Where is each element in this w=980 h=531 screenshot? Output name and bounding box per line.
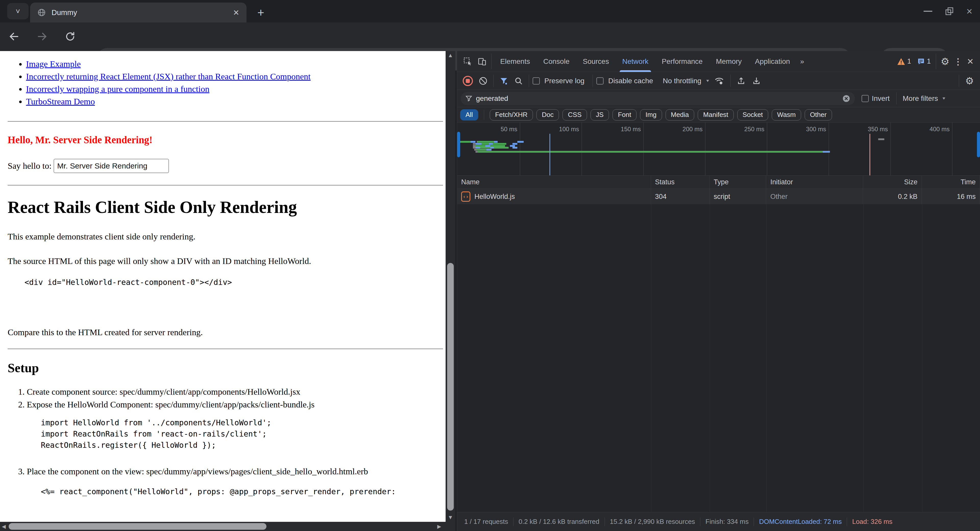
tab-network[interactable]: Network [616, 51, 655, 72]
funnel-icon [465, 95, 473, 102]
name-input[interactable] [54, 159, 169, 173]
link-react-element-jsx[interactable]: Incorrectly returning React Element (JSX… [26, 72, 310, 81]
waterfall-bar [489, 143, 493, 145]
invert-checkbox[interactable] [862, 95, 869, 102]
filter-chip-fetch-xhr[interactable]: Fetch/XHR [490, 109, 533, 121]
device-toolbar-icon[interactable] [475, 57, 489, 66]
waterfall-bar [512, 143, 517, 145]
message-count: 1 [927, 57, 931, 65]
column-header-status[interactable]: Status [651, 175, 710, 189]
web-page: Image Example Incorrectly returning Reac… [0, 51, 445, 522]
waterfall-bar [476, 151, 478, 153]
horizontal-scrollbar[interactable]: ◀ ▶ [0, 522, 455, 531]
list-item: TurboStream Demo [26, 95, 443, 108]
restore-icon[interactable] [945, 7, 953, 15]
forward-button[interactable] [34, 28, 51, 45]
filter-chip-css[interactable]: CSS [563, 109, 587, 121]
more-tabs-button[interactable]: » [797, 51, 808, 72]
code-snippet-erb: <%= react_component("HelloWorld", props:… [41, 486, 443, 497]
column-header-initiator[interactable]: Initiator [766, 175, 863, 189]
link-pure-component[interactable]: Incorrectly wrapping a pure component in… [26, 84, 209, 94]
warnings-badge[interactable]: 1 [897, 57, 911, 65]
network-overview-timeline[interactable]: 50 ms100 ms150 ms200 ms250 ms300 ms350 m… [457, 123, 980, 175]
devtools-close-icon[interactable]: ✕ [964, 57, 977, 66]
vertical-scrollbar[interactable]: ▲ ▼ [445, 51, 455, 522]
filter-chip-font[interactable]: Font [612, 109, 636, 121]
network-settings-gear-icon[interactable]: ⚙ [963, 75, 977, 86]
waterfall-bar [485, 145, 490, 147]
filter-chip-wasm[interactable]: Wasm [772, 109, 801, 121]
horizontal-scrollbar-thumb[interactable] [9, 523, 266, 530]
devtools-kebab-icon[interactable]: ⋮ [952, 56, 964, 67]
inspect-element-icon[interactable] [461, 57, 475, 66]
vertical-scrollbar-thumb[interactable] [447, 263, 454, 510]
filter-chip-js[interactable]: JS [590, 109, 609, 121]
scroll-down-icon[interactable]: ▼ [445, 513, 455, 522]
search-icon[interactable] [512, 77, 525, 85]
new-tab-button[interactable]: + [253, 5, 269, 20]
column-header-name[interactable]: Name [457, 175, 651, 189]
link-image-example[interactable]: Image Example [26, 59, 81, 69]
scroll-up-icon[interactable]: ▲ [445, 51, 455, 60]
scroll-left-icon[interactable]: ◀ [0, 522, 8, 531]
waterfall-bar [510, 145, 515, 147]
tab-close-icon[interactable]: ✕ [233, 8, 239, 17]
link-turbostream-demo[interactable]: TurboStream Demo [26, 97, 95, 106]
clear-filter-icon[interactable] [842, 94, 850, 103]
minimize-icon[interactable] [924, 11, 932, 12]
column-header-type[interactable]: Type [710, 175, 767, 189]
timeline-gridline [643, 123, 644, 175]
filter-chip-media[interactable]: Media [666, 109, 694, 121]
waterfall-bar [490, 145, 505, 147]
reload-button[interactable] [62, 28, 79, 45]
tab-elements[interactable]: Elements [493, 51, 537, 72]
setup-steps-list: Create component source: spec/dummy/clie… [27, 386, 443, 410]
record-network-log-button[interactable] [463, 76, 473, 86]
more-filters-dropdown[interactable]: More filters ▼ [903, 94, 946, 103]
filter-chip-doc[interactable]: Doc [536, 109, 559, 121]
window-close-icon[interactable]: × [966, 7, 972, 15]
tab-console[interactable]: Console [537, 51, 576, 72]
request-name: HelloWorld.js [474, 193, 515, 201]
disable-cache-checkbox[interactable] [597, 77, 604, 85]
clear-network-log-icon[interactable] [476, 77, 490, 86]
filter-chip-img[interactable]: Img [640, 109, 662, 121]
column-header-size[interactable]: Size [863, 175, 922, 189]
waterfall-bar [493, 143, 506, 145]
status-item-0: 1 / 17 requests [459, 518, 513, 526]
status-item-4: DOMContentLoaded: 72 ms [754, 518, 847, 526]
timeline-left-handle[interactable] [457, 132, 460, 157]
status-item-3: Finish: 334 ms [700, 518, 754, 526]
tab-memory[interactable]: Memory [709, 51, 748, 72]
column-divider [651, 204, 651, 512]
network-toolbar: Preserve log Disable cache No throttling… [457, 72, 980, 90]
back-button[interactable] [6, 28, 22, 45]
timeline-right-handle[interactable] [977, 132, 980, 157]
column-header-time[interactable]: Time [922, 175, 980, 189]
import-har-icon[interactable] [734, 77, 748, 86]
tab-application[interactable]: Application [748, 51, 797, 72]
network-conditions-icon[interactable] [711, 76, 727, 86]
messages-badge[interactable]: 1 [917, 57, 931, 65]
list-item: Incorrectly wrapping a pure component in… [26, 83, 443, 95]
browser-toolbar: localhost:3000/client_side_hello_world ☆… [0, 22, 980, 51]
settings-gear-icon[interactable]: ⚙ [938, 56, 952, 67]
filter-chip-all[interactable]: All [460, 109, 478, 121]
tab-search-button[interactable]: ˅ [7, 3, 29, 19]
browser-tab[interactable]: Dummy ✕ [30, 3, 247, 22]
request-row[interactable]: ‹›HelloWorld.js304scriptOther0.2 kB16 ms [457, 189, 980, 204]
export-har-icon[interactable] [749, 77, 763, 86]
tab-sources[interactable]: Sources [576, 51, 616, 72]
filter-chip-socket[interactable]: Socket [737, 109, 768, 121]
filter-chip-other[interactable]: Other [805, 109, 832, 121]
filter-funnel-icon[interactable] [497, 77, 511, 85]
throttling-dropdown[interactable]: No throttling ▼ [663, 77, 710, 85]
tab-performance[interactable]: Performance [655, 51, 709, 72]
scroll-right-icon[interactable]: ▶ [435, 522, 443, 531]
setup-heading: Setup [8, 360, 443, 375]
status-item-5: Load: 326 ms [847, 518, 897, 526]
filter-chip-manifest[interactable]: Manifest [698, 109, 733, 121]
filter-input[interactable]: generated [461, 92, 855, 105]
preserve-log-checkbox[interactable] [533, 77, 540, 85]
waterfall-bar [473, 145, 476, 147]
